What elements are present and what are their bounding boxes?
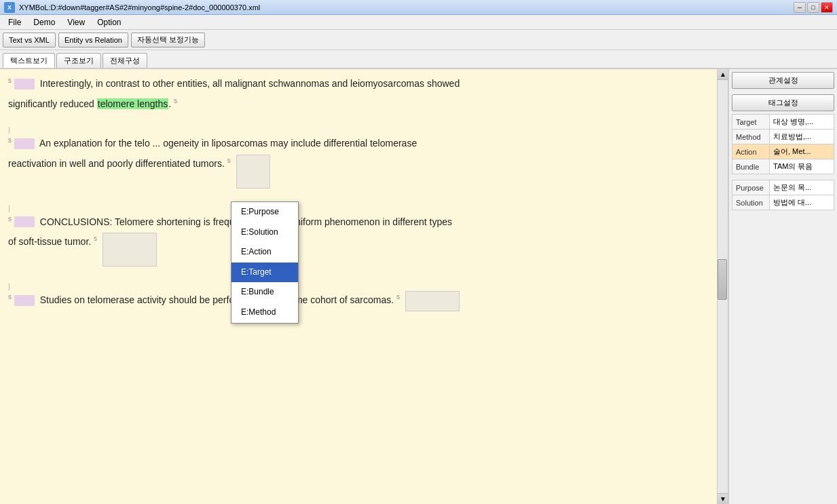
sidebar-label-solution: Solution: [732, 195, 770, 210]
s-marker-1b: s: [174, 97, 177, 104]
menu-view[interactable]: View: [62, 16, 90, 28]
para2b-text: ogeneity in liposarcomas may include dif…: [163, 137, 417, 148]
minimize-button[interactable]: ─: [794, 2, 806, 13]
scroll-up-button[interactable]: ▲: [718, 69, 728, 80]
sidebar-row-method: Method 치료방법,...: [732, 130, 834, 144]
maximize-button[interactable]: □: [807, 2, 819, 13]
title-bar-controls: ─ □ ✕: [794, 2, 833, 13]
spacer-3: [8, 269, 720, 283]
sidebar-row-action: Action 술어, Met...: [732, 144, 834, 159]
tag-box-4: [14, 295, 35, 306]
tag-box-3: [14, 216, 35, 227]
context-menu-bundle[interactable]: E:Bundle: [231, 282, 298, 303]
sidebar-row-bundle: Bundle TAM의 묶음: [732, 159, 834, 174]
sidebar-divider: [729, 174, 837, 180]
window-title: XYMBoL:D:#down#tagger#AS#2#minyong#spine…: [19, 3, 260, 12]
menu-option[interactable]: Option: [92, 16, 126, 28]
s-marker-2c: s: [227, 157, 231, 164]
context-menu-solution[interactable]: E:Solution: [231, 222, 298, 243]
sidebar: 관계설정 태그설정 Target 대상 병명,... Method 치료방법,.…: [728, 69, 837, 504]
sidebar-label-target: Target: [732, 115, 770, 130]
sidebar-label-action: Action: [732, 144, 770, 159]
close-button[interactable]: ✕: [821, 2, 833, 13]
para-marker-4: |: [8, 283, 720, 291]
scrollbar-thumb[interactable]: [718, 259, 727, 300]
sidebar-row-purpose: Purpose 논문의 목...: [732, 180, 834, 195]
tag-settings-button[interactable]: 태그설정: [732, 94, 834, 111]
tag-box-1: [14, 79, 35, 90]
para3b-text: of soft-tissue tumor.: [8, 236, 91, 247]
sidebar-table-2: Purpose 논문의 목... Solution 방법에 대...: [732, 180, 834, 210]
scroll-down-button[interactable]: ▼: [718, 493, 728, 504]
s-marker-1: s: [8, 77, 12, 84]
sentence-block-3b: of soft-tissue tumor. s: [8, 233, 720, 267]
sentence-block-2: | s An explanation for the telo ... ogen…: [8, 126, 720, 152]
sentence-block-2b: reactivation in well and poorly differen…: [8, 155, 720, 189]
tab-fullview[interactable]: 전체구성: [103, 53, 147, 68]
para2c-text: reactivation in well and poorly differen…: [8, 157, 225, 168]
para-marker-3: |: [8, 205, 720, 213]
tab-textview[interactable]: 텍스트보기: [3, 53, 55, 68]
context-menu-action[interactable]: E:Action: [231, 242, 298, 263]
sidebar-value-solution: 방법에 대...: [770, 195, 834, 210]
sentence-block-1: s Interestingly, in contrast to other en…: [8, 75, 720, 92]
text-content: s Interestingly, in contrast to other en…: [8, 75, 720, 311]
title-bar-left: X XYMBoL:D:#down#tagger#AS#2#minyong#spi…: [4, 2, 260, 13]
menu-demo[interactable]: Demo: [28, 16, 60, 28]
sidebar-value-action: 술어, Met...: [770, 144, 834, 159]
para1b-prefix: significantly reduced: [8, 98, 97, 109]
scrollbar-track[interactable]: ▲ ▼: [717, 69, 728, 504]
app-icon: X: [4, 2, 15, 13]
sidebar-value-target: 대상 병명,...: [770, 115, 834, 130]
s-marker-4: s: [8, 293, 12, 301]
sidebar-row-solution: Solution 방법에 대...: [732, 195, 834, 210]
context-menu-method[interactable]: E:Method: [231, 303, 298, 323]
para2-dots: ...: [153, 137, 161, 148]
auto-select-button[interactable]: 자동선택 보정기능: [131, 33, 205, 47]
menu-bar: File Demo View Option: [0, 15, 837, 30]
bracket-box-3: [103, 233, 157, 267]
para1b-suffix: .: [168, 98, 171, 109]
para-marker-2: |: [8, 126, 720, 134]
sidebar-label-bundle: Bundle: [732, 159, 770, 174]
tag-box-2: [14, 138, 35, 149]
s-marker-4b: s: [396, 293, 400, 301]
title-bar: X XYMBoL:D:#down#tagger#AS#2#minyong#spi…: [0, 0, 837, 15]
tab-structview[interactable]: 구조보기: [56, 53, 101, 68]
text-panel[interactable]: s Interestingly, in contrast to other en…: [0, 69, 728, 504]
bracket-box-4: [405, 291, 460, 311]
sentence-block-4: | s Studies on telomerase activity shoul…: [8, 283, 720, 311]
para4-text: Studies on telomerase activity should be…: [40, 294, 394, 305]
bracket-box-2: [236, 155, 270, 189]
sidebar-table-1: Target 대상 병명,... Method 치료방법,... Action …: [732, 114, 834, 174]
spacer-1: [8, 115, 720, 126]
sidebar-value-bundle: TAM의 묶음: [770, 159, 834, 174]
tabs-bar: 텍스트보기 구조보기 전체구성: [0, 50, 837, 69]
sentence-block-1b: significantly reduced telomere lengths. …: [8, 95, 720, 113]
s-marker-2: s: [8, 136, 12, 144]
sidebar-label-method: Method: [732, 130, 770, 144]
context-menu: E:Purpose E:Solution E:Action E:Target E…: [231, 201, 299, 324]
sentence-block-3: | s CONCLUSIONS: Telomere shortening is …: [8, 205, 720, 231]
sidebar-value-purpose: 논문의 목...: [770, 180, 834, 195]
s-marker-3b: s: [94, 235, 97, 242]
sidebar-value-method: 치료방법,...: [770, 130, 834, 144]
relation-settings-button[interactable]: 관계설정: [732, 72, 834, 89]
para2-text: An explanation for the telo: [39, 137, 150, 148]
context-menu-purpose[interactable]: E:Purpose: [231, 202, 298, 222]
s-marker-3: s: [8, 215, 12, 222]
para1-text: Interestingly, in contrast to other enti…: [40, 78, 460, 89]
toolbar: Text vs XML Entity vs Relation 자동선택 보정기능: [0, 30, 837, 50]
menu-file[interactable]: File: [3, 16, 26, 28]
text-vs-xml-button[interactable]: Text vs XML: [3, 33, 56, 47]
main-area: s Interestingly, in contrast to other en…: [0, 69, 837, 504]
sidebar-label-purpose: Purpose: [732, 180, 770, 195]
sidebar-row-target: Target 대상 병명,...: [732, 115, 834, 130]
spacer-2: [8, 191, 720, 205]
telomere-highlight: telomere lengths: [97, 98, 169, 109]
entity-vs-relation-button[interactable]: Entity vs Relation: [58, 33, 128, 47]
context-menu-target[interactable]: E:Target: [231, 263, 298, 283]
